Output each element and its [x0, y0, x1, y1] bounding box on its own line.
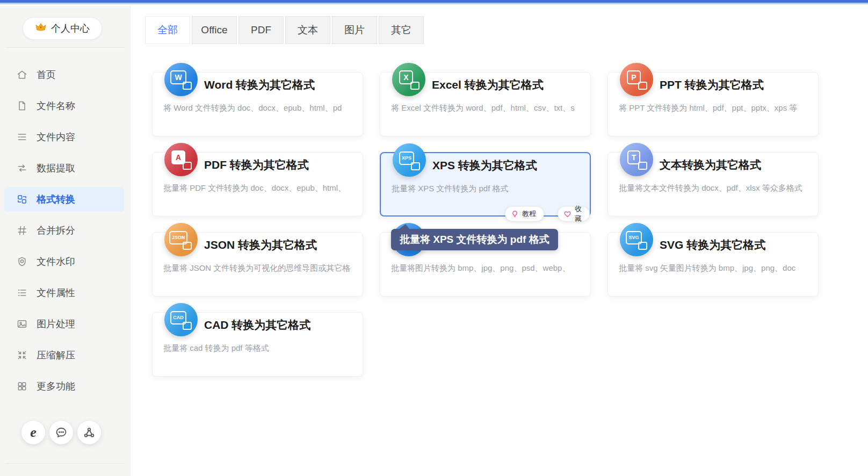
tool-card-1[interactable]: X Excel 转换为其它格式 将 Excel 文件转换为 word、pdf、h… [380, 72, 591, 136]
xps-tooltip-text: 批量将 XPS 文件转换为 pdf 格式 [400, 233, 549, 247]
card-title: PPT 转换为其它格式 [660, 77, 764, 92]
sidebar-item-8[interactable]: 图片处理 [0, 308, 131, 340]
tool-card-4[interactable]: XPS XPS 转换为其它格式 批量将 XPS 文件转换为 pdf 格式 教程 … [380, 152, 591, 217]
sidebar-item-label: 首页 [37, 68, 56, 81]
tool-card-9[interactable]: CAD CAD 转换为其它格式 批量将 cad 转换为 pdf 等格式 [152, 312, 363, 377]
card-title: SVG 转换为其它格式 [660, 237, 765, 253]
sidebar-item-9[interactable]: 压缩解压 [0, 340, 131, 371]
card-icon-label: SVG [626, 231, 641, 244]
share-network-icon-button[interactable] [77, 421, 101, 444]
tool-card-3[interactable]: A PDF 转换为其它格式 批量将 PDF 文件转换为 doc、docx、epu… [152, 152, 363, 217]
format-convert-icon [17, 194, 27, 205]
card-icon-label: P [627, 70, 640, 84]
app-root: 个人中心 首页 文件名称 文件内容 数据提取 格式转换 合并拆分 文件水印 文件… [0, 0, 868, 476]
card-icon: CAD [164, 303, 198, 336]
lightbulb-icon [511, 210, 519, 218]
card-icon: P [620, 63, 653, 96]
sidebar-item-label: 文件内容 [37, 131, 75, 143]
card-desc: 将 Word 文件转换为 doc、docx、epub、html、pd [163, 103, 357, 113]
sidebar-item-label: 合并拆分 [37, 224, 75, 237]
personal-center-label: 个人中心 [51, 22, 90, 35]
sidebar-divider-bottom [5, 463, 125, 464]
card-title: PDF 转换为其它格式 [204, 157, 309, 172]
sidebar-nav: 首页 文件名称 文件内容 数据提取 格式转换 合并拆分 文件水印 文件属性 图片… [0, 59, 131, 402]
personal-center-button[interactable]: 个人中心 [23, 17, 102, 40]
card-desc: 将 Excel 文件转换为 word、pdf、html、csv、txt、s [391, 103, 585, 113]
xps-tooltip: 批量将 XPS 文件转换为 pdf 格式 [391, 229, 558, 250]
image-process-icon [17, 319, 27, 329]
main-content: 全部OfficePDF文本图片其它 W Word 转换为其它格式 将 Word … [131, 6, 868, 476]
card-icon-label: T [627, 150, 641, 164]
sidebar: 个人中心 首页 文件名称 文件内容 数据提取 格式转换 合并拆分 文件水印 文件… [0, 6, 131, 476]
sidebar-item-label: 格式转换 [37, 193, 75, 206]
sidebar-divider-top [5, 47, 125, 48]
favorite-button[interactable]: 收藏 [558, 206, 590, 221]
share-network-icon [83, 426, 96, 439]
data-extract-icon [17, 163, 27, 174]
sidebar-item-6[interactable]: 文件水印 [0, 246, 131, 277]
sidebar-item-2[interactable]: 文件内容 [0, 121, 131, 153]
sidebar-item-label: 文件名称 [37, 99, 75, 112]
sidebar-item-4[interactable]: 格式转换 [0, 184, 131, 215]
chat-bubble-icon [55, 426, 68, 439]
sidebar-item-label: 压缩解压 [37, 349, 75, 362]
sidebar-item-label: 数据提取 [37, 162, 75, 175]
tool-card-0[interactable]: W Word 转换为其它格式 将 Word 文件转换为 doc、docx、epu… [152, 72, 363, 136]
home-icon [17, 69, 27, 80]
card-desc: 批量将 XPS 文件转换为 pdf 格式 [392, 184, 584, 194]
card-icon-label: XPS [399, 152, 414, 165]
card-icon: XPS [393, 143, 426, 177]
card-icon-label: X [399, 70, 413, 84]
pill-label: 收藏 [575, 204, 582, 223]
tool-card-5[interactable]: T 文本转换为其它格式 批量将文本文件转换为 docx、pdf、xlsx 等众多… [607, 152, 819, 217]
card-icon-label: JSON [169, 231, 188, 244]
card-desc: 批量将 svg 矢量图片转换为 bmp、jpg、png、doc [619, 263, 813, 273]
file-name-icon [17, 100, 27, 111]
card-icon: T [620, 143, 653, 176]
sidebar-item-0[interactable]: 首页 [0, 59, 131, 90]
card-icon: JSON [164, 223, 198, 256]
sidebar-item-3[interactable]: 数据提取 [0, 153, 131, 184]
sidebar-item-7[interactable]: 文件属性 [0, 277, 131, 308]
merge-split-icon [17, 225, 27, 236]
card-title: Word 转换为其它格式 [204, 77, 315, 92]
card-title: Excel 转换为其它格式 [432, 77, 544, 92]
card-desc: 批量将 JSON 文件转换为可视化的思维导图或其它格 [163, 263, 357, 273]
tool-card-8[interactable]: SVG SVG 转换为其它格式 批量将 svg 矢量图片转换为 bmp、jpg、… [607, 232, 819, 297]
card-title: 文本转换为其它格式 [660, 157, 761, 172]
sidebar-item-label: 文件属性 [37, 286, 75, 299]
pill-label: 教程 [522, 209, 536, 219]
card-desc: 将 PPT 文件转换为 html、pdf、ppt、pptx、xps 等 [619, 103, 813, 113]
cards-grid: W Word 转换为其它格式 将 Word 文件转换为 doc、docx、epu… [131, 6, 868, 476]
card-title: XPS 转换为其它格式 [432, 158, 537, 173]
sidebar-item-label: 文件水印 [37, 255, 75, 268]
card-icon: W [164, 63, 198, 96]
card-desc: 批量将图片转换为 bmp、jpg、png、psd、webp、 [391, 263, 585, 273]
sidebar-item-label: 更多功能 [37, 380, 75, 393]
card-icon-label: CAD [170, 311, 186, 324]
sidebar-item-5[interactable]: 合并拆分 [0, 215, 131, 246]
sidebar-item-10[interactable]: 更多功能 [0, 371, 131, 402]
card-desc: 批量将文本文件转换为 docx、pdf、xlsx 等众多格式 [619, 183, 813, 193]
card-icon: SVG [620, 223, 653, 256]
tool-card-2[interactable]: P PPT 转换为其它格式 将 PPT 文件转换为 html、pdf、ppt、p… [607, 72, 819, 136]
chat-bubble-icon-button[interactable] [49, 421, 73, 444]
card-icon-label: A [171, 150, 185, 164]
tutorial-button[interactable]: 教程 [505, 206, 544, 221]
ie-browser-icon: e [30, 425, 37, 439]
sidebar-item-label: 图片处理 [37, 318, 75, 330]
top-accent-bar [0, 0, 868, 4]
sidebar-footer-icons: e [21, 421, 101, 444]
watermark-icon [17, 256, 27, 267]
card-desc: 批量将 cad 转换为 pdf 等格式 [163, 343, 357, 354]
compress-icon [17, 350, 27, 360]
card-desc: 批量将 PDF 文件转换为 doc、docx、epub、html、 [163, 183, 357, 193]
tool-card-6[interactable]: JSON JSON 转换为其它格式 批量将 JSON 文件转换为可视化的思维导图… [152, 232, 363, 297]
more-features-icon [17, 381, 27, 392]
ie-browser-icon-button[interactable]: e [21, 421, 45, 444]
crown-icon [35, 23, 47, 35]
card-icon: X [392, 63, 425, 96]
file-props-icon [17, 287, 27, 298]
sidebar-item-1[interactable]: 文件名称 [0, 90, 131, 121]
card-title: CAD 转换为其它格式 [204, 318, 310, 333]
